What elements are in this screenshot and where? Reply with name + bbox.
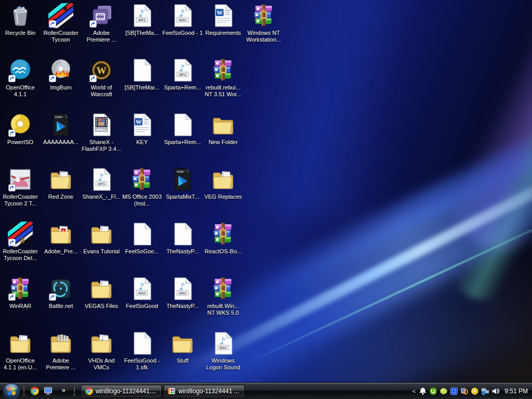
tray-volume-icon[interactable] [491,387,500,395]
desktop-icon[interactable]: FeelSoGoo... [122,222,162,255]
folder-files-icon [48,331,73,356]
desktop-icon[interactable]: FeelSoGood - 1.sfk [122,331,162,371]
tray-gold-disc-icon[interactable] [471,387,479,395]
tray-bell-icon[interactable] [419,387,427,395]
winrar-icon [251,3,276,28]
vegas-icon: SONY [170,167,195,192]
mpeg-icon: MPEG [89,112,114,137]
desktop-icon[interactable]: VEGAS Files [81,276,122,310]
desktop-icon[interactable]: Red Zone [41,167,81,200]
desktop-icon-label: Recycle Bin [5,30,35,36]
taskband-grip[interactable] [73,385,76,397]
desktop-icon[interactable]: VEG Replaces [203,167,243,200]
desktop-icon-label: ImgBurn [50,84,72,91]
taskbar-window-button[interactable]: win8logo-11324441 ... [164,385,244,397]
desktop-icon-label: OpenOffice 4.1.1 [0,84,41,98]
quicklaunch-grip[interactable] [22,385,25,397]
folder-docs-icon [89,222,114,247]
desktop-icon[interactable]: WKEY [122,112,162,146]
folder-icon [170,331,195,356]
desktop-icon-label: FeelSoGoo... [125,248,159,255]
svg-text:WAV: WAV [179,291,187,295]
desktop-icon[interactable]: New Folder [203,112,243,146]
desktop-icon[interactable]: Evans Tutorial [81,222,122,255]
desktop-icon[interactable]: OpenOffice 4.1.1 [0,58,41,98]
desktop-icon-label: ReactOS-Bo... [205,248,242,255]
doc-icon [170,112,195,137]
desktop-icon[interactable]: Adobe Premiere ... [41,331,81,371]
tray-collapse-chevron[interactable]: < [412,388,416,394]
tray-limewire-icon[interactable] [439,387,448,395]
svg-text:WAV: WAV [138,291,146,295]
desktop-icon[interactable]: ♪MP3Sparta+Rem... [162,58,203,91]
desktop-icon[interactable]: rebuilt.rebui... NT 3.51 Wor... [203,58,243,98]
desktop-icon[interactable]: ♪MP3ShaneX_-_Fl... [81,167,122,200]
desktop-icon[interactable]: WinRAR [0,276,41,310]
desktop-icon[interactable]: WWorld of Warcraft [81,58,122,98]
desktop-icon[interactable]: RollerCoaster Tycoon 2 T... [0,167,41,207]
desktop-icon-label: RollerCoaster Tycoon Del... [0,248,41,262]
desktop-icon[interactable]: RollerCoaster Tycoon [41,3,81,43]
desktop-icon[interactable]: Adobe Premiere ... [81,3,122,43]
desktop-icon-label: RollerCoaster Tycoon 2 T... [0,194,41,207]
desktop-icon-label: TheNastyP... [166,303,199,310]
folder-vhd-icon [89,331,114,356]
desktop-icon[interactable]: WRequirements [203,3,243,36]
taskbar-window-button[interactable]: win8logo-11324441.... [81,385,162,397]
desktop-icon[interactable]: OpenOffice 4.1.1 (en-U... [0,331,41,371]
quick-launch [28,386,55,396]
desktop-icon[interactable]: SONYSpartaMixT... [162,167,203,200]
winrar-icon [211,276,236,301]
svg-text:W: W [136,119,141,125]
word-icon: W [129,112,154,137]
desktop-icon[interactable]: Battle.net [41,276,81,310]
quicklaunch-show-desktop-icon[interactable] [43,386,53,396]
desktop-icon[interactable]: Windows NT Workstation... [243,3,284,43]
desktop-icon[interactable]: TheNastyP... [162,222,203,255]
desktop-icon[interactable]: VHDs And VMCs [81,331,122,371]
desktop-icon[interactable]: ReactOS-Bo... [203,222,243,255]
start-button[interactable] [3,383,20,399]
desktop-icon[interactable]: ♪WAVFeelSoGood - 1 [162,3,203,36]
shortcut-arrow-icon [49,293,56,301]
svg-text:W: W [217,9,223,16]
tray-network-icon[interactable] [481,387,490,395]
vegas-icon: SONY [48,112,73,137]
svg-text:W: W [97,65,107,76]
wow-icon: W [89,58,114,83]
desktop-icon[interactable]: rebuilt.Win... NT WKS 5.0 [203,276,243,316]
desktop-icon[interactable]: Adobe_Pre... [41,222,81,255]
shortcut-arrow-icon [89,75,97,82]
tray-messenger-icon[interactable] [460,387,469,395]
desktop-icon[interactable]: Sparta+Rem... [162,112,203,146]
desktop-icon-label: Adobe Premiere ... [81,30,122,43]
tray-utorrent-icon[interactable] [429,387,438,395]
tray-blue-grid-app-icon[interactable] [450,387,459,395]
desktop-icon[interactable]: Recycle Bin [0,3,41,36]
svg-text:MP3: MP3 [138,18,146,22]
desktop-icon[interactable]: ♪WAVTheNastyP... [162,276,203,310]
doc-icon [129,58,154,83]
desktop-icon-label: ShaneX - FlashFXP 3.4... [81,139,122,152]
wallpaper-aurora-teal [409,6,532,327]
quicklaunch-overflow-chevron[interactable]: » [62,387,66,394]
desktop-icon[interactable]: [SB]TheMar... [122,58,162,91]
quicklaunch-chrome-icon[interactable] [29,386,40,396]
desktop-icon[interactable]: MS Office 2003 (Inst... [122,167,162,207]
desktop-icon[interactable]: 2RollerCoaster Tycoon Del... [0,222,41,262]
shortcut-arrow-icon [49,20,56,28]
desktop-icon[interactable]: Stuff [162,331,203,364]
desktop-icon[interactable]: MPEGShaneX - FlashFXP 3.4... [81,112,122,152]
desktop-icon-label: Sparta+Rem... [164,84,201,91]
folder-docs-icon [89,276,114,301]
desktop-icon[interactable]: SONYAAAAAAAA... [41,112,81,146]
desktop-icon[interactable]: ♪MP3[SB]TheMa... [122,3,162,36]
desktop-icon[interactable]: ♪WAVWindows Logon Sound [203,331,243,371]
desktop-icon[interactable]: ♪WAVFeelSoGood [122,276,162,310]
doc-icon [129,222,154,247]
shortcut-arrow-icon [8,239,16,246]
desktop-icon-label: World of Warcraft [81,84,122,98]
desktop-icon[interactable]: ImgBurn [41,58,81,91]
desktop-icon[interactable]: PowerISO [0,112,41,146]
desktop-icon-label: Evans Tutorial [83,248,120,255]
